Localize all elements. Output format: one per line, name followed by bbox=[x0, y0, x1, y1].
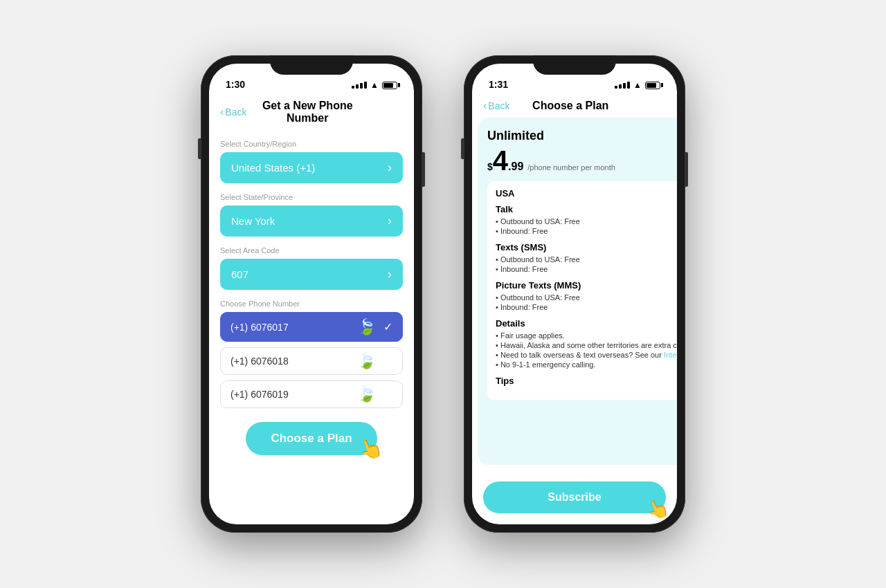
subscribe-button[interactable]: Subscribe 👆 bbox=[483, 481, 666, 513]
status-time-1: 1:30 bbox=[226, 79, 245, 90]
details-item-1: • Fair usage applies. bbox=[496, 331, 677, 340]
sms-title: Texts (SMS) bbox=[496, 242, 677, 252]
plan-name: Unlimited ✓ bbox=[487, 127, 677, 144]
screen-content-1: Select Country/Region United States (+1)… bbox=[209, 130, 414, 524]
plan-details-section: Details • Fair usage applies. • Hawaii, … bbox=[496, 318, 677, 369]
country-label: Select Country/Region bbox=[220, 140, 403, 148]
leaf-icon-3: 🍃 bbox=[357, 385, 376, 403]
phone-1: 1:30 ▲ ‹ Back Get a New Phone Numbe bbox=[201, 55, 422, 533]
signal-icon bbox=[352, 82, 367, 89]
choose-plan-button[interactable]: Choose a Plan 👆 bbox=[246, 422, 377, 455]
plan-card-unlimited[interactable]: Unlimited ✓ $ 4 .99 /phone number per mo… bbox=[478, 118, 677, 465]
back-button-2[interactable]: ‹ Back bbox=[483, 100, 509, 111]
mms-title: Picture Texts (MMS) bbox=[496, 280, 677, 291]
chevron-icon-country: › bbox=[388, 160, 392, 175]
sms-item-1: • Outbound to USA: Free bbox=[496, 255, 677, 264]
details-item-4: • No 9-1-1 emergency calling. bbox=[496, 360, 677, 369]
status-icons-2: ▲ bbox=[615, 80, 660, 90]
price-cents: .99 bbox=[508, 160, 523, 173]
talk-item-2: • Inbound: Free bbox=[496, 227, 677, 235]
state-label: Select State/Province bbox=[220, 193, 403, 201]
check-icon-1: ✓ bbox=[383, 320, 392, 333]
nav-bar-2: ‹ Back Choose a Plan bbox=[472, 94, 677, 118]
plan-screen-content: Unlimited ✓ $ 4 .99 /phone number per mo… bbox=[472, 118, 677, 470]
details-item-2: • Hawaii, Alaska and some other territor… bbox=[496, 341, 677, 349]
details-title: Details bbox=[496, 318, 677, 329]
phone-option-1[interactable]: (+1) 6076017 🍃 ✓ bbox=[220, 312, 403, 342]
battery-icon-2 bbox=[645, 82, 660, 89]
chevron-icon-area: › bbox=[388, 267, 392, 282]
plans-container: Unlimited ✓ $ 4 .99 /phone number per mo… bbox=[472, 118, 677, 470]
leaf-icon-2: 🍃 bbox=[357, 352, 376, 370]
wifi-icon-2: ▲ bbox=[633, 80, 642, 90]
tips-title: Tips bbox=[496, 376, 677, 386]
country-value: United States (+1) bbox=[231, 162, 315, 174]
plan-price: $ 4 .99 /phone number per month bbox=[487, 147, 677, 174]
phone-option-3[interactable]: (+1) 6076019 🍃 bbox=[220, 380, 403, 408]
plan-header: Unlimited ✓ $ 4 .99 /phone number per mo… bbox=[487, 127, 677, 174]
country-selector[interactable]: United States (+1) › bbox=[220, 152, 403, 183]
nav-bar-1: ‹ Back Get a New Phone Number bbox=[209, 94, 414, 130]
leaf-icon-1: 🍃 bbox=[357, 318, 376, 336]
state-selector[interactable]: New York › bbox=[220, 205, 403, 237]
screen-1: 1:30 ▲ ‹ Back Get a New Phone Numbe bbox=[209, 64, 414, 524]
phone-option-2[interactable]: (+1) 6076018 🍃 bbox=[220, 347, 403, 375]
international-rates-link[interactable]: International Rates bbox=[664, 351, 677, 359]
area-selector[interactable]: 607 › bbox=[220, 259, 403, 290]
price-dollar: $ bbox=[487, 161, 493, 172]
price-main: 4 bbox=[493, 147, 508, 174]
page-title-2: Choose a Plan bbox=[509, 100, 666, 112]
plan-region: USA bbox=[496, 188, 677, 199]
talk-title: Talk bbox=[496, 204, 677, 214]
mms-item-2: • Inbound: Free bbox=[496, 303, 677, 311]
area-value: 607 bbox=[231, 268, 248, 280]
phone-options-list: (+1) 6076017 🍃 ✓ (+1) 6076018 🍃 (+1) 607… bbox=[220, 312, 403, 408]
back-button-1[interactable]: ‹ Back bbox=[220, 107, 246, 118]
talk-item-1: • Outbound to USA: Free bbox=[496, 217, 677, 226]
screen-2: 1:31 ▲ ‹ Back Choose a Plan bbox=[472, 64, 677, 524]
back-label-1: Back bbox=[225, 107, 246, 118]
phone-label: Choose Phone Number bbox=[220, 300, 403, 308]
hand-cursor-icon-2: 👆 bbox=[644, 495, 672, 523]
sms-item-2: • Inbound: Free bbox=[496, 265, 677, 273]
battery-icon bbox=[382, 82, 397, 89]
status-icons-1: ▲ bbox=[352, 80, 397, 90]
back-chevron-icon-2: ‹ bbox=[483, 100, 487, 111]
phone-number-2: (+1) 6076018 bbox=[230, 356, 289, 367]
notch-2 bbox=[533, 55, 616, 75]
plan-details-box: USA Talk • Outbound to USA: Free • Inbou… bbox=[487, 181, 677, 400]
phone-number-1: (+1) 6076017 bbox=[230, 322, 289, 333]
plan-mms-section: Picture Texts (MMS) • Outbound to USA: F… bbox=[496, 280, 677, 311]
plan-tips-section: Tips bbox=[496, 376, 677, 386]
back-chevron-icon: ‹ bbox=[220, 107, 224, 118]
plan-talk-section: Talk • Outbound to USA: Free • Inbound: … bbox=[496, 204, 677, 235]
state-value: New York bbox=[231, 215, 275, 227]
notch-1 bbox=[270, 55, 353, 75]
mms-item-1: • Outbound to USA: Free bbox=[496, 293, 677, 302]
back-label-2: Back bbox=[488, 100, 509, 111]
page-title-1: Get a New Phone Number bbox=[246, 100, 403, 125]
status-time-2: 1:31 bbox=[489, 79, 508, 90]
hand-cursor-icon: 👆 bbox=[355, 434, 386, 464]
phone-number-3: (+1) 6076019 bbox=[230, 389, 289, 400]
wifi-icon: ▲ bbox=[370, 80, 379, 90]
phone-2: 1:31 ▲ ‹ Back Choose a Plan bbox=[464, 55, 685, 533]
subscribe-area: Subscribe 👆 bbox=[472, 470, 677, 524]
plan-sms-section: Texts (SMS) • Outbound to USA: Free • In… bbox=[496, 242, 677, 273]
area-label: Select Area Code bbox=[220, 246, 403, 255]
details-item-3: • Need to talk overseas & text overseas?… bbox=[496, 351, 677, 359]
chevron-icon-state: › bbox=[388, 214, 392, 228]
signal-icon-2 bbox=[615, 82, 630, 89]
price-period: /phone number per month bbox=[527, 163, 615, 172]
